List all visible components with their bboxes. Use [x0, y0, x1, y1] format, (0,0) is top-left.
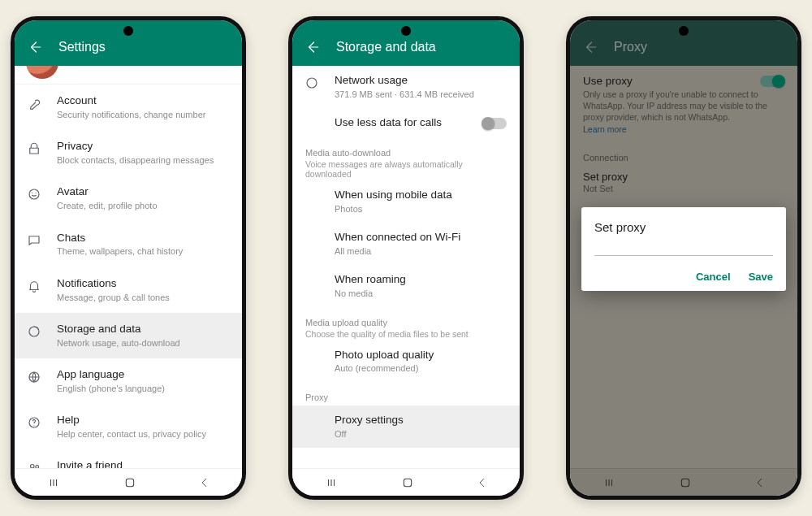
row-label: Use less data for calls: [335, 116, 468, 130]
recents-button[interactable]: [324, 477, 339, 488]
settings-item-sub: Message, group & call tones: [57, 292, 229, 303]
phone-storage: Storage and data Network usage 371.9 MB …: [288, 16, 524, 500]
set-proxy-dialog: Set proxy Cancel Save: [581, 207, 786, 291]
help-icon: [26, 415, 42, 430]
home-button[interactable]: [401, 476, 414, 489]
row-sub: Auto (recommended): [335, 362, 507, 374]
phone-proxy: Proxy Use proxy Only use a proxy if you'…: [566, 16, 801, 500]
settings-item-privacy[interactable]: Privacy Block contacts, disappearing mes…: [15, 130, 242, 176]
section-note: Choose the quality of media files to be …: [305, 329, 507, 339]
row-sub: Photos: [335, 203, 507, 215]
key-icon: [26, 96, 42, 111]
appbar-title: Settings: [58, 40, 106, 54]
camera-notch: [679, 26, 689, 36]
recents-button[interactable]: [46, 477, 61, 488]
settings-item-label: Help: [57, 414, 229, 427]
mad-roaming-row[interactable]: When roaming No media: [292, 265, 520, 307]
use-less-data-row[interactable]: Use less data for calls: [292, 108, 520, 138]
system-navbar: [292, 468, 520, 496]
face-icon: [26, 187, 42, 202]
settings-item-notifications[interactable]: Notifications Message, group & call tone…: [15, 267, 242, 313]
data-usage-icon: [26, 324, 42, 339]
settings-item-sub: English (phone's language): [57, 383, 229, 394]
proxy-settings-row[interactable]: Proxy settings Off: [292, 405, 520, 448]
settings-item-label: Chats: [57, 232, 229, 245]
settings-item-sub: Create, edit, profile photo: [57, 200, 229, 211]
appbar-title: Storage and data: [336, 40, 436, 54]
settings-item-label: App language: [57, 368, 229, 382]
section-media-upload-quality: Media upload quality Choose the quality …: [292, 308, 520, 340]
section-header: Media upload quality: [305, 318, 507, 327]
settings-item-help[interactable]: Help Help center, contact us, privacy po…: [15, 404, 242, 449]
back-icon[interactable]: [28, 40, 42, 54]
data-usage-icon: [304, 76, 320, 90]
svg-rect-8: [404, 479, 411, 486]
settings-item-label: Storage and data: [57, 323, 229, 336]
settings-item-sub: Block contacts, disappearing messages: [57, 154, 229, 166]
back-button[interactable]: [477, 477, 488, 488]
row-label: Photo upload quality: [335, 349, 507, 362]
people-icon: [26, 461, 42, 468]
proxy-address-input[interactable]: [594, 255, 773, 256]
settings-item-sub: Help center, contact us, privacy policy: [57, 428, 229, 440]
section-proxy: Proxy: [292, 383, 520, 405]
profile-avatar-peek[interactable]: [28, 66, 229, 77]
settings-item-storage[interactable]: Storage and data Network usage, auto-dow…: [15, 313, 242, 358]
dialog-title: Set proxy: [594, 220, 773, 234]
svg-point-7: [307, 78, 317, 88]
row-label: When roaming: [335, 273, 507, 287]
settings-item-sub: Theme, wallpapers, chat history: [57, 245, 229, 257]
settings-item-invite[interactable]: Invite a friend: [15, 449, 242, 468]
row-sub: Off: [335, 428, 507, 440]
row-label: Proxy settings: [335, 414, 507, 427]
dialog-save-button[interactable]: Save: [749, 271, 773, 283]
section-header: Proxy: [305, 392, 507, 402]
dialog-cancel-button[interactable]: Cancel: [696, 271, 731, 283]
mad-mobile-row[interactable]: When using mobile data Photos: [292, 180, 520, 223]
mad-wifi-row[interactable]: When connected on Wi-Fi All media: [292, 223, 520, 265]
network-usage-row[interactable]: Network usage 371.9 MB sent · 631.4 MB r…: [292, 66, 520, 108]
back-icon[interactable]: [305, 40, 320, 54]
settings-item-sub: Network usage, auto-download: [57, 337, 229, 349]
settings-item-account[interactable]: Account Security notifications, change n…: [15, 85, 242, 130]
use-less-data-toggle[interactable]: [482, 118, 507, 129]
row-sub: No media: [335, 288, 507, 299]
svg-rect-6: [126, 479, 133, 486]
section-note: Voice messages are always automatically …: [305, 159, 507, 179]
row-sub: 371.9 MB sent · 631.4 MB received: [335, 89, 507, 100]
settings-item-label: Invite a friend: [57, 459, 229, 468]
settings-item-language[interactable]: App language English (phone's language): [15, 358, 242, 404]
settings-item-chats[interactable]: Chats Theme, wallpapers, chat history: [15, 222, 242, 267]
section-media-auto-download: Media auto-download Voice messages are a…: [292, 138, 520, 180]
photo-upload-quality-row[interactable]: Photo upload quality Auto (recommended): [292, 340, 520, 383]
settings-item-sub: Security notifications, change number: [57, 109, 229, 120]
settings-item-label: Account: [57, 94, 229, 108]
row-label: When using mobile data: [335, 189, 507, 202]
row-label: Network usage: [335, 74, 507, 88]
camera-notch: [123, 26, 133, 36]
lock-icon: [26, 141, 42, 156]
row-label: When connected on Wi-Fi: [335, 231, 507, 245]
settings-item-label: Avatar: [57, 185, 229, 199]
system-navbar: [15, 468, 242, 496]
home-button[interactable]: [123, 476, 136, 489]
settings-item-avatar[interactable]: Avatar Create, edit, profile photo: [15, 176, 242, 221]
phone-settings: Settings Account Security notifications,…: [11, 16, 246, 500]
chat-icon: [26, 233, 42, 248]
settings-item-label: Notifications: [57, 277, 229, 291]
globe-icon: [26, 370, 42, 384]
back-button[interactable]: [199, 477, 210, 488]
section-header: Media auto-download: [305, 148, 507, 158]
settings-item-label: Privacy: [57, 140, 229, 154]
row-sub: All media: [335, 245, 507, 257]
bell-icon: [26, 279, 42, 293]
camera-notch: [401, 26, 411, 36]
svg-point-0: [29, 189, 39, 199]
